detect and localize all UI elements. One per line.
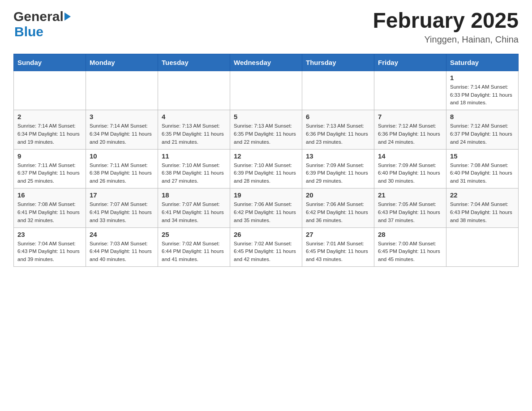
table-row: 15Sunrise: 7:08 AM Sunset: 6:40 PM Dayli… bbox=[446, 149, 519, 188]
day-info: Sunrise: 7:14 AM Sunset: 6:34 PM Dayligh… bbox=[17, 122, 82, 146]
table-row: 6Sunrise: 7:13 AM Sunset: 6:36 PM Daylig… bbox=[302, 110, 374, 149]
header-monday: Monday bbox=[86, 54, 158, 71]
table-row: 4Sunrise: 7:13 AM Sunset: 6:35 PM Daylig… bbox=[158, 110, 230, 149]
day-info: Sunrise: 7:13 AM Sunset: 6:36 PM Dayligh… bbox=[306, 122, 370, 146]
day-info: Sunrise: 7:06 AM Sunset: 6:42 PM Dayligh… bbox=[234, 201, 298, 224]
day-info: Sunrise: 7:13 AM Sunset: 6:35 PM Dayligh… bbox=[234, 122, 298, 146]
day-number: 23 bbox=[17, 231, 82, 238]
week-row-3: 9Sunrise: 7:11 AM Sunset: 6:37 PM Daylig… bbox=[14, 149, 519, 188]
table-row: 25Sunrise: 7:02 AM Sunset: 6:44 PM Dayli… bbox=[158, 227, 230, 266]
day-number: 10 bbox=[90, 152, 154, 160]
header-friday: Friday bbox=[374, 54, 446, 71]
table-row: 27Sunrise: 7:01 AM Sunset: 6:45 PM Dayli… bbox=[302, 227, 374, 266]
day-info: Sunrise: 7:10 AM Sunset: 6:39 PM Dayligh… bbox=[234, 162, 298, 185]
table-row: 20Sunrise: 7:06 AM Sunset: 6:42 PM Dayli… bbox=[302, 188, 374, 227]
day-number: 16 bbox=[17, 191, 82, 199]
table-row bbox=[446, 227, 519, 266]
header-tuesday: Tuesday bbox=[158, 54, 230, 71]
table-row: 7Sunrise: 7:12 AM Sunset: 6:36 PM Daylig… bbox=[374, 110, 446, 149]
table-row: 9Sunrise: 7:11 AM Sunset: 6:37 PM Daylig… bbox=[14, 149, 86, 188]
header-sunday: Sunday bbox=[14, 54, 86, 71]
day-info: Sunrise: 7:14 AM Sunset: 6:33 PM Dayligh… bbox=[450, 83, 515, 107]
day-info: Sunrise: 7:02 AM Sunset: 6:45 PM Dayligh… bbox=[234, 240, 298, 264]
table-row bbox=[14, 71, 86, 110]
calendar-table: Sunday Monday Tuesday Wednesday Thursday… bbox=[13, 54, 519, 267]
table-row bbox=[374, 71, 446, 110]
day-info: Sunrise: 7:05 AM Sunset: 6:43 PM Dayligh… bbox=[378, 201, 442, 224]
table-row: 19Sunrise: 7:06 AM Sunset: 6:42 PM Dayli… bbox=[230, 188, 302, 227]
day-number: 22 bbox=[450, 191, 515, 199]
day-info: Sunrise: 7:09 AM Sunset: 6:39 PM Dayligh… bbox=[306, 162, 370, 185]
day-info: Sunrise: 7:11 AM Sunset: 6:38 PM Dayligh… bbox=[90, 162, 154, 185]
day-info: Sunrise: 7:11 AM Sunset: 6:37 PM Dayligh… bbox=[17, 162, 82, 185]
logo-arrow-icon bbox=[64, 13, 71, 21]
table-row: 11Sunrise: 7:10 AM Sunset: 6:38 PM Dayli… bbox=[158, 149, 230, 188]
day-info: Sunrise: 7:08 AM Sunset: 6:40 PM Dayligh… bbox=[450, 162, 515, 185]
week-row-5: 23Sunrise: 7:04 AM Sunset: 6:43 PM Dayli… bbox=[14, 227, 519, 266]
table-row: 26Sunrise: 7:02 AM Sunset: 6:45 PM Dayli… bbox=[230, 227, 302, 266]
day-number: 1 bbox=[450, 74, 515, 81]
location-text: Yinggen, Hainan, China bbox=[373, 34, 519, 45]
table-row: 24Sunrise: 7:03 AM Sunset: 6:44 PM Dayli… bbox=[86, 227, 158, 266]
table-row: 2Sunrise: 7:14 AM Sunset: 6:34 PM Daylig… bbox=[14, 110, 86, 149]
logo: General Blue bbox=[13, 9, 71, 39]
day-number: 21 bbox=[378, 191, 442, 199]
day-info: Sunrise: 7:07 AM Sunset: 6:41 PM Dayligh… bbox=[162, 201, 226, 224]
day-number: 9 bbox=[17, 152, 82, 160]
day-info: Sunrise: 7:06 AM Sunset: 6:42 PM Dayligh… bbox=[306, 201, 370, 224]
table-row: 28Sunrise: 7:00 AM Sunset: 6:45 PM Dayli… bbox=[374, 227, 446, 266]
day-info: Sunrise: 7:02 AM Sunset: 6:44 PM Dayligh… bbox=[162, 240, 226, 264]
day-info: Sunrise: 7:12 AM Sunset: 6:36 PM Dayligh… bbox=[378, 122, 442, 146]
page-header: General Blue February 2025 Yinggen, Hain… bbox=[13, 9, 519, 45]
table-row bbox=[158, 71, 230, 110]
table-row: 3Sunrise: 7:14 AM Sunset: 6:34 PM Daylig… bbox=[86, 110, 158, 149]
day-info: Sunrise: 7:07 AM Sunset: 6:41 PM Dayligh… bbox=[90, 201, 154, 224]
header-thursday: Thursday bbox=[302, 54, 374, 71]
day-number: 24 bbox=[90, 231, 154, 238]
table-row: 1Sunrise: 7:14 AM Sunset: 6:33 PM Daylig… bbox=[446, 71, 519, 110]
day-info: Sunrise: 7:10 AM Sunset: 6:38 PM Dayligh… bbox=[162, 162, 226, 185]
table-row: 23Sunrise: 7:04 AM Sunset: 6:43 PM Dayli… bbox=[14, 227, 86, 266]
day-number: 7 bbox=[378, 113, 442, 120]
header-wednesday: Wednesday bbox=[230, 54, 302, 71]
day-info: Sunrise: 7:13 AM Sunset: 6:35 PM Dayligh… bbox=[162, 122, 226, 146]
day-number: 18 bbox=[162, 191, 226, 199]
day-info: Sunrise: 7:03 AM Sunset: 6:44 PM Dayligh… bbox=[90, 240, 154, 264]
table-row: 17Sunrise: 7:07 AM Sunset: 6:41 PM Dayli… bbox=[86, 188, 158, 227]
day-number: 5 bbox=[234, 113, 298, 120]
day-info: Sunrise: 7:08 AM Sunset: 6:41 PM Dayligh… bbox=[17, 201, 82, 224]
table-row: 21Sunrise: 7:05 AM Sunset: 6:43 PM Dayli… bbox=[374, 188, 446, 227]
day-number: 6 bbox=[306, 113, 370, 120]
table-row: 22Sunrise: 7:04 AM Sunset: 6:43 PM Dayli… bbox=[446, 188, 519, 227]
table-row bbox=[302, 71, 374, 110]
table-row bbox=[230, 71, 302, 110]
weekday-header-row: Sunday Monday Tuesday Wednesday Thursday… bbox=[14, 54, 519, 71]
title-block: February 2025 Yinggen, Hainan, China bbox=[373, 9, 519, 45]
table-row: 8Sunrise: 7:12 AM Sunset: 6:37 PM Daylig… bbox=[446, 110, 519, 149]
table-row bbox=[86, 71, 158, 110]
day-info: Sunrise: 7:12 AM Sunset: 6:37 PM Dayligh… bbox=[450, 122, 515, 146]
table-row: 18Sunrise: 7:07 AM Sunset: 6:41 PM Dayli… bbox=[158, 188, 230, 227]
day-number: 2 bbox=[17, 113, 82, 120]
day-number: 25 bbox=[162, 231, 226, 238]
day-info: Sunrise: 7:09 AM Sunset: 6:40 PM Dayligh… bbox=[378, 162, 442, 185]
header-saturday: Saturday bbox=[446, 54, 519, 71]
day-number: 12 bbox=[234, 152, 298, 160]
day-number: 20 bbox=[306, 191, 370, 199]
day-info: Sunrise: 7:04 AM Sunset: 6:43 PM Dayligh… bbox=[17, 240, 82, 264]
table-row: 5Sunrise: 7:13 AM Sunset: 6:35 PM Daylig… bbox=[230, 110, 302, 149]
day-number: 14 bbox=[378, 152, 442, 160]
logo-general-text: General bbox=[13, 9, 64, 24]
day-info: Sunrise: 7:00 AM Sunset: 6:45 PM Dayligh… bbox=[378, 240, 442, 264]
table-row: 14Sunrise: 7:09 AM Sunset: 6:40 PM Dayli… bbox=[374, 149, 446, 188]
week-row-1: 1Sunrise: 7:14 AM Sunset: 6:33 PM Daylig… bbox=[14, 71, 519, 110]
day-info: Sunrise: 7:04 AM Sunset: 6:43 PM Dayligh… bbox=[450, 201, 515, 224]
table-row: 10Sunrise: 7:11 AM Sunset: 6:38 PM Dayli… bbox=[86, 149, 158, 188]
day-info: Sunrise: 7:01 AM Sunset: 6:45 PM Dayligh… bbox=[306, 240, 370, 264]
day-number: 28 bbox=[378, 231, 442, 238]
day-number: 3 bbox=[90, 113, 154, 120]
day-number: 4 bbox=[162, 113, 226, 120]
day-number: 15 bbox=[450, 152, 515, 160]
week-row-2: 2Sunrise: 7:14 AM Sunset: 6:34 PM Daylig… bbox=[14, 110, 519, 149]
day-number: 27 bbox=[306, 231, 370, 238]
